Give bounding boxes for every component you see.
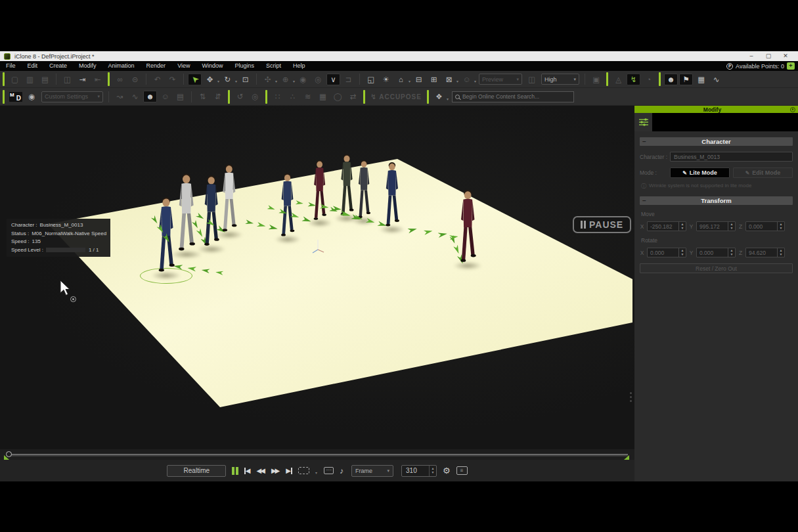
menu-animation[interactable]: Animation (102, 61, 141, 71)
go-to-start-button[interactable]: ◀ (244, 467, 251, 474)
prop-flag-icon[interactable]: ⚑ (679, 74, 693, 85)
pause-overlay-button[interactable]: PAUSE (573, 216, 631, 233)
fit-view-icon[interactable]: ⊞ (427, 74, 441, 85)
accupose-button[interactable]: ↯ACCUPOSE (370, 93, 422, 101)
menu-file[interactable]: File (0, 61, 22, 71)
pause-button[interactable] (232, 467, 238, 475)
dropdown-caret-icon[interactable]: ▾ (447, 97, 449, 101)
save-project-icon[interactable]: ▤ (38, 74, 52, 85)
attach-icon[interactable]: ◉ (296, 74, 310, 85)
range-caret-icon[interactable]: ▾ (315, 470, 317, 475)
character-figure[interactable] (308, 159, 331, 226)
stereo-3d-icon[interactable]: ▣ (589, 74, 603, 85)
dropdown-caret-icon[interactable]: ▾ (474, 79, 476, 83)
character-figure[interactable] (454, 188, 481, 269)
character-figure[interactable] (275, 172, 299, 242)
panel-gear-icon[interactable] (790, 107, 795, 112)
rotate-z-input[interactable]: 94.620▲▼ (745, 248, 785, 257)
menu-modify[interactable]: Modify (73, 61, 102, 71)
timeline-panel-button[interactable]: ≡ (456, 466, 468, 475)
menu-create[interactable]: Create (43, 61, 73, 71)
scale-tool-icon[interactable]: ⊡ (238, 74, 252, 85)
physics-sim-icon[interactable]: ◔ (642, 74, 655, 85)
playback-settings-gear-icon[interactable]: ⚙ (443, 466, 451, 476)
flock-tool-icon[interactable]: ∴ (286, 91, 299, 102)
collapse-icon[interactable]: − (642, 138, 646, 145)
collapse-icon[interactable]: − (642, 197, 646, 204)
caption-button[interactable]: ⋯ (324, 467, 334, 474)
menu-render[interactable]: Render (141, 61, 172, 71)
unlink-icon[interactable]: ⊝ (128, 74, 142, 85)
motion-live-icon[interactable]: ◬ (611, 74, 625, 85)
camera-view-icon[interactable]: ⊠ (442, 74, 456, 85)
character-name-field[interactable]: Business_M_0013 (670, 152, 793, 162)
curve-tool-icon[interactable]: ∿ (128, 91, 142, 102)
scrub-track[interactable] (7, 454, 628, 455)
character-figure[interactable] (380, 161, 405, 233)
camera-home-icon[interactable]: ⌂ (394, 74, 408, 85)
add-points-button[interactable]: + (787, 62, 795, 70)
gait-down-icon[interactable]: ⇵ (211, 91, 225, 102)
min-view-icon[interactable]: ⊟ (412, 74, 426, 85)
detach-icon[interactable]: ◎ (311, 74, 325, 85)
frame-value[interactable]: 310 (406, 467, 417, 474)
audio-button[interactable]: ♪ (340, 466, 344, 476)
frame-spinner[interactable]: ▲▼ (429, 466, 436, 476)
content-search-input[interactable] (462, 93, 571, 100)
crowd-tool-icon[interactable]: ☺ (158, 91, 172, 102)
menu-edit[interactable]: Edit (22, 61, 44, 71)
select-tool-icon[interactable]: ➤ (188, 74, 202, 85)
move-y-input[interactable]: 995.172▲▼ (696, 221, 736, 231)
move-tool-icon[interactable]: ✥ (203, 74, 217, 85)
content-search[interactable] (452, 91, 574, 102)
menu-view[interactable]: View (171, 61, 196, 71)
go-to-end-button[interactable]: ▶ (286, 467, 292, 474)
dropdown-caret-icon[interactable]: ▾ (409, 79, 410, 83)
render-state-icon[interactable]: ◫ (525, 74, 539, 85)
rotate-y-input[interactable]: 0.000▲▼ (696, 248, 736, 257)
command-list-icon[interactable]: ▤ (173, 91, 187, 102)
swap-tool-icon[interactable]: ⇄ (346, 91, 360, 102)
close-button[interactable]: ✕ (777, 51, 794, 61)
merge-project-icon[interactable]: ◫ (60, 74, 74, 85)
playhead[interactable] (6, 451, 12, 457)
group-tool-icon[interactable]: ∷ (271, 91, 284, 102)
menu-help[interactable]: Help (287, 61, 311, 71)
play-range-button[interactable] (298, 467, 309, 474)
character-figure[interactable] (171, 172, 201, 257)
reset-motion-icon[interactable]: ⊐ (342, 74, 355, 85)
scene-cast-icon[interactable]: ☻ (664, 74, 678, 85)
move-z-input[interactable]: 0.000▲▼ (745, 221, 785, 231)
content-store-icon[interactable]: ❖ (432, 91, 446, 102)
dropdown-caret-icon[interactable]: ▾ (235, 79, 237, 83)
dropdown-caret-icon[interactable]: ▾ (217, 79, 219, 83)
import-icon[interactable]: ⇤ (91, 74, 104, 85)
menu-window[interactable]: Window (196, 61, 229, 71)
redo-icon[interactable]: ↷ (166, 74, 179, 85)
realtime-button[interactable]: Realtime (167, 465, 226, 477)
minimize-button[interactable]: – (743, 51, 760, 61)
rotate-x-input[interactable]: 0.000▲▼ (647, 248, 686, 257)
terrain-snap-icon[interactable]: ∨ (326, 74, 340, 85)
modify-settings-tab[interactable] (634, 113, 652, 131)
maximize-button[interactable]: ▢ (760, 51, 777, 61)
area-tool-icon[interactable]: ◯ (331, 91, 345, 102)
dropdown-caret-icon[interactable]: ▾ (293, 79, 295, 83)
orbit-cam-icon[interactable]: ↺ (233, 91, 247, 102)
actor-mode-icon[interactable]: ☻ (143, 91, 157, 102)
target-cam-icon[interactable]: ◎ (248, 91, 262, 102)
path-tool-icon[interactable]: ↝ (113, 91, 127, 102)
previous-frame-button[interactable]: ◀◀ (257, 467, 265, 474)
next-frame-button[interactable]: ▶▶ (271, 467, 280, 474)
quality-dropdown[interactable]: High▾ (541, 74, 579, 85)
time-mode-dropdown[interactable]: Frame▾ (351, 465, 393, 477)
menu-script[interactable]: Script (260, 61, 287, 71)
custom-settings-dropdown[interactable]: Custom Settings▾ (41, 91, 103, 102)
ibl-light-icon[interactable]: ☀ (379, 74, 393, 85)
record-radio-icon[interactable]: ◉ (25, 91, 39, 102)
spring-tool-icon[interactable]: ∿ (709, 74, 723, 85)
character-section-header[interactable]: − Character (640, 137, 793, 146)
frame-number-input[interactable]: 310 ▲▼ (401, 465, 437, 477)
viewport-layout-icon[interactable]: ◱ (364, 74, 378, 85)
rotate-tool-icon[interactable]: ↻ (221, 74, 234, 85)
